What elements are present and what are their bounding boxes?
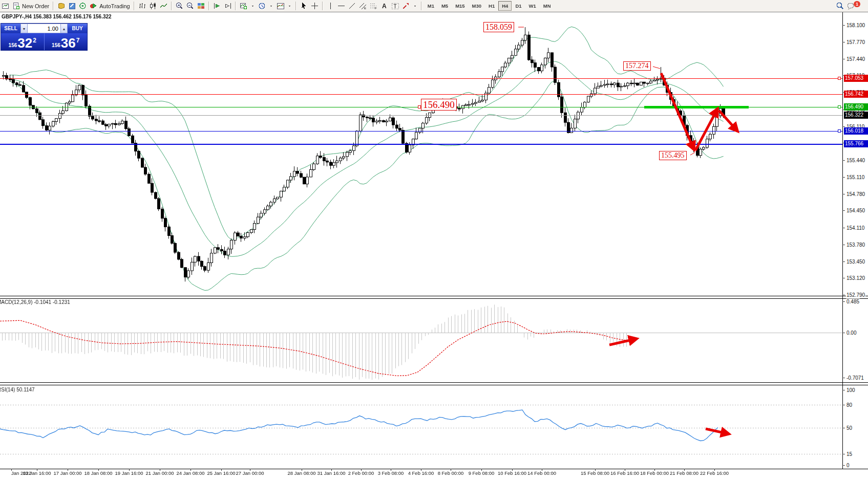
bid-main: 32 xyxy=(17,37,32,49)
annotations-overlay xyxy=(0,0,868,481)
profiles-button[interactable] xyxy=(257,1,267,11)
arrows-dropdown[interactable] xyxy=(411,1,419,11)
svg-text:E: E xyxy=(364,7,366,10)
svg-text:F: F xyxy=(375,7,377,10)
timeframe-button-m5[interactable]: M5 xyxy=(438,1,452,11)
notification-badge: 1 xyxy=(854,1,860,7)
trend-arrow-4[interactable] xyxy=(609,339,637,345)
zoom-out-button[interactable] xyxy=(185,1,196,11)
crosshair-tool-button[interactable] xyxy=(309,1,320,11)
vertical-line-tool-button[interactable] xyxy=(325,1,336,11)
svg-text:A: A xyxy=(382,3,387,10)
toolbar-separator xyxy=(295,2,297,10)
new-chart-dropdown[interactable] xyxy=(249,1,257,11)
bar-chart-mode-button[interactable] xyxy=(137,1,147,11)
toolbar-separator xyxy=(171,2,172,10)
main-toolbar: New OrderAutoTradingEFATM1M5M15M30H1H4D1… xyxy=(0,0,868,12)
callout-156-490[interactable]: 156.490 xyxy=(421,99,457,111)
sell-button[interactable]: SELL xyxy=(1,24,20,33)
mt4-window: { "toolbar": { "new_order_label": "New O… xyxy=(0,0,868,481)
horizontal-line-tool-button[interactable] xyxy=(336,1,347,11)
profiles-dropdown[interactable] xyxy=(267,1,275,11)
autotrading-button-label: AutoTrading xyxy=(99,3,130,9)
timeframe-button-h1[interactable]: H1 xyxy=(485,1,498,11)
callout-connector xyxy=(690,152,695,155)
text-tool-button[interactable]: A xyxy=(379,1,390,11)
tile-windows-button[interactable] xyxy=(196,1,206,11)
new-order-button-label: New Order xyxy=(22,3,49,9)
cursor-tool-button[interactable] xyxy=(299,1,309,11)
toolbar-separator xyxy=(421,2,422,10)
bid-prefix: 156 xyxy=(9,42,17,48)
toolbar-separator xyxy=(53,2,54,10)
chat-icon[interactable]: 1 xyxy=(845,1,865,11)
trend-arrow-3[interactable] xyxy=(719,111,737,131)
callout-158-059[interactable]: 158.059 xyxy=(483,22,514,32)
indicators-dropdown[interactable] xyxy=(286,1,293,11)
volume-input[interactable] xyxy=(28,24,60,33)
buy-button[interactable]: BUY xyxy=(68,24,87,33)
line-chart-mode-button[interactable] xyxy=(158,1,169,11)
symbol-ohlc-line: GBPJPY-,H4 156.383 156.462 156.176 156.3… xyxy=(2,14,112,19)
trend-arrow-2[interactable] xyxy=(695,109,717,150)
volume-increase-button[interactable]: ▲ xyxy=(60,24,68,33)
svg-text:T: T xyxy=(393,4,396,9)
metaeditor-icon[interactable] xyxy=(67,1,77,11)
fibonacci-tool-button[interactable]: F xyxy=(368,1,379,11)
candlestick-mode-button[interactable] xyxy=(147,1,158,11)
signals-icon[interactable] xyxy=(77,1,88,11)
search-icon[interactable] xyxy=(835,1,845,11)
ask-prefix: 156 xyxy=(52,42,60,48)
trend-arrow-5[interactable] xyxy=(706,429,729,434)
ask-price[interactable]: 156 36 7 xyxy=(45,33,88,50)
timeframe-button-w1[interactable]: W1 xyxy=(525,1,540,11)
text-label-tool-button[interactable]: T xyxy=(390,1,400,11)
toolbar-separator xyxy=(134,2,135,10)
expert-advisors-icon[interactable] xyxy=(56,1,67,11)
trendline-tool-button[interactable] xyxy=(347,1,357,11)
chart-shift-button[interactable] xyxy=(222,1,233,11)
callout-157-274[interactable]: 157.274 xyxy=(623,61,651,71)
toolbar-separator xyxy=(322,2,323,10)
callout-connector xyxy=(653,67,660,69)
timeframe-button-h4[interactable]: H4 xyxy=(498,1,512,11)
bid-price[interactable]: 156 32 2 xyxy=(1,33,44,50)
timeframe-button-mn[interactable]: MN xyxy=(540,1,555,11)
toolbar-separator xyxy=(235,2,236,10)
timeframe-button-m1[interactable]: M1 xyxy=(424,1,438,11)
indicators-button[interactable] xyxy=(275,1,286,11)
arrows-tool-button[interactable] xyxy=(400,1,411,11)
bid-sup: 2 xyxy=(33,37,36,44)
timeframe-button-m15[interactable]: M15 xyxy=(452,1,468,11)
callout-155-495[interactable]: 155.495 xyxy=(659,151,687,160)
auto-scroll-button[interactable] xyxy=(211,1,222,11)
volume-decrease-button[interactable]: ▼ xyxy=(20,24,28,33)
ask-sup: 7 xyxy=(76,37,80,44)
timeframe-button-d1[interactable]: D1 xyxy=(512,1,525,11)
autotrading-button[interactable]: AutoTrading xyxy=(88,1,132,11)
new-chart-button[interactable] xyxy=(238,1,249,11)
trend-arrow-1[interactable] xyxy=(661,73,694,149)
chart-window-icon xyxy=(0,1,11,11)
new-order-button[interactable]: New Order xyxy=(11,1,51,11)
one-click-trading-panel: SELL ▼ ▲ BUY 156 32 2 156 36 7 xyxy=(1,23,88,51)
timeframe-button-m30[interactable]: M30 xyxy=(469,1,485,11)
ask-main: 36 xyxy=(61,37,76,49)
zoom-in-button[interactable] xyxy=(174,1,185,11)
toolbar-separator xyxy=(208,2,209,10)
equidistant-channel-tool-button[interactable]: E xyxy=(357,1,368,11)
